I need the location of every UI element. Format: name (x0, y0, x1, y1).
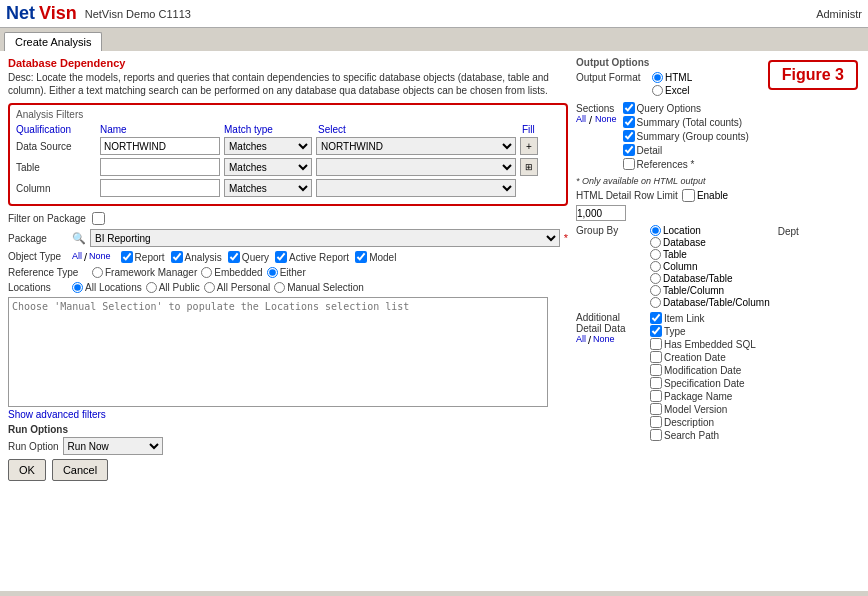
ref-either[interactable]: Either (267, 267, 306, 278)
group-column[interactable]: Column (650, 261, 770, 272)
required-star: * (564, 232, 568, 244)
filter-input-table[interactable] (100, 158, 220, 176)
additional-label: Additional (576, 312, 646, 323)
filter-match-datasource[interactable]: Matches (224, 137, 312, 155)
detail-creation-date[interactable]: Creation Date (650, 351, 756, 363)
object-type-all[interactable]: All (72, 251, 82, 263)
sections-all-none: All / None (576, 114, 617, 126)
group-table[interactable]: Table (650, 249, 770, 260)
sections-row: Sections All / None Query Options Summar… (576, 102, 860, 170)
sec-detail[interactable]: Detail (623, 144, 749, 156)
sec-summary-total[interactable]: Summary (Total counts) (623, 116, 749, 128)
search-icon[interactable]: 🔍 (72, 232, 86, 245)
group-table-col[interactable]: Table/Column (650, 285, 770, 296)
detail-embedded-sql[interactable]: Has Embedded SQL (650, 338, 756, 350)
detail-search-path[interactable]: Search Path (650, 429, 756, 441)
detail-package-name[interactable]: Package Name (650, 390, 756, 402)
filter-input-datasource[interactable] (100, 137, 220, 155)
filter-on-package-checkbox[interactable] (92, 212, 105, 225)
section-title: Database Dependency (8, 57, 568, 69)
filter-add-btn[interactable]: + (520, 137, 538, 155)
group-by-options: Location Database Table Column Database/… (650, 225, 799, 308)
ref-framework[interactable]: Framework Manager (92, 267, 197, 278)
output-format-label: Output Format (576, 72, 646, 83)
sec-query-options[interactable]: Query Options (623, 102, 749, 114)
loc-manual[interactable]: Manual Selection (274, 282, 364, 293)
sections-sep: / (589, 114, 592, 126)
obj-type-analysis[interactable]: Analysis (171, 251, 222, 263)
sec-references[interactable]: References * (623, 158, 749, 170)
filter-match-column[interactable]: Matches (224, 179, 312, 197)
ref-embedded[interactable]: Embedded (201, 267, 262, 278)
reference-type-row: Reference Type Framework Manager Embedde… (8, 267, 568, 278)
sec-summary-group[interactable]: Summary (Group counts) (623, 130, 749, 142)
cancel-button[interactable]: Cancel (52, 459, 108, 481)
obj-type-active-report[interactable]: Active Report (275, 251, 349, 263)
title-bar: NetVisn NetVisn Demo C1113 Administr (0, 0, 868, 28)
locations-textarea[interactable] (8, 297, 548, 407)
ok-button[interactable]: OK (8, 459, 46, 481)
obj-type-report[interactable]: Report (121, 251, 165, 263)
run-options-section: Run Options Run Option Run Now Run Later… (8, 424, 568, 455)
detail-item-link[interactable]: Item Link (650, 312, 756, 324)
filter-input-column[interactable] (100, 179, 220, 197)
group-database[interactable]: Database (650, 237, 770, 248)
admin-text: Administr (816, 8, 862, 20)
filter-row-table: Table Matches ⊞ (16, 158, 560, 176)
detail-type[interactable]: Type (650, 325, 756, 337)
loc-personal[interactable]: All Personal (204, 282, 270, 293)
filter-on-package-label: Filter on Package (8, 213, 86, 224)
add-detail-label-group: Additional Detail Data All / None (576, 312, 646, 441)
filter-select-column[interactable] (316, 179, 516, 197)
sections-options: Query Options Summary (Total counts) Sum… (623, 102, 749, 170)
sections-all[interactable]: All (576, 114, 586, 126)
filter-expand-btn[interactable]: ⊞ (520, 158, 538, 176)
detail-modification-date[interactable]: Modification Date (650, 364, 756, 376)
run-options-label: Run Options (8, 424, 568, 435)
col-header-match: Match type (224, 124, 314, 135)
html-limit-input[interactable] (576, 205, 626, 221)
group-db-table-col[interactable]: Database/Table/Column (650, 297, 770, 308)
filter-select-table[interactable] (316, 158, 516, 176)
col-header-select: Select (318, 124, 518, 135)
filter-select-datasource[interactable]: NORTHWIND (316, 137, 516, 155)
col-header-name: Name (100, 124, 220, 135)
loc-all[interactable]: All Locations (72, 282, 142, 293)
loc-public[interactable]: All Public (146, 282, 200, 293)
create-analysis-tab[interactable]: Create Analysis (4, 32, 102, 51)
output-format-options: HTML Excel (652, 72, 692, 96)
filter-row-column: Column Matches (16, 179, 560, 197)
run-option-select[interactable]: Run Now Run Later Run in Background (63, 437, 163, 455)
object-type-none[interactable]: None (89, 251, 111, 263)
detail-description[interactable]: Description (650, 416, 756, 428)
show-advanced-link[interactable]: Show advanced filters (8, 409, 568, 420)
sections-label: Sections (576, 103, 614, 114)
logo-visn: Visn (39, 3, 77, 24)
group-location[interactable]: Location (650, 225, 770, 236)
group-db-table[interactable]: Database/Table (650, 273, 770, 284)
html-limit-label: HTML Detail Row Limit (576, 190, 678, 201)
obj-type-query[interactable]: Query (228, 251, 269, 263)
detail-model-version[interactable]: Model Version (650, 403, 756, 415)
figure-label: Figure 3 (768, 60, 858, 90)
object-type-row: Object Type All / None Report Analysis Q… (8, 251, 568, 263)
filter-match-table[interactable]: Matches (224, 158, 312, 176)
html-enable[interactable]: Enable (682, 189, 728, 202)
additional-detail-row: Additional Detail Data All / None Item L… (576, 312, 860, 441)
obj-type-model[interactable]: Model (355, 251, 396, 263)
logo-net: Net (6, 3, 35, 24)
locations-row: Locations All Locations All Public All P… (8, 282, 568, 293)
group-by-col1: Location Database Table Column Database/… (650, 225, 770, 308)
detail-specification-date[interactable]: Specification Date (650, 377, 756, 389)
ref-type-label: Reference Type (8, 267, 88, 278)
filter-label-datasource: Data Source (16, 141, 96, 152)
sections-label-group: Sections All / None (576, 102, 617, 126)
add-detail-none[interactable]: None (593, 334, 615, 346)
sections-none[interactable]: None (595, 114, 617, 126)
package-select[interactable]: BI Reporting (90, 229, 560, 247)
tab-bar: Create Analysis (0, 28, 868, 51)
add-detail-all[interactable]: All (576, 334, 586, 346)
format-html[interactable]: HTML (652, 72, 692, 83)
add-detail-sep: / (588, 334, 591, 346)
format-excel[interactable]: Excel (652, 85, 692, 96)
